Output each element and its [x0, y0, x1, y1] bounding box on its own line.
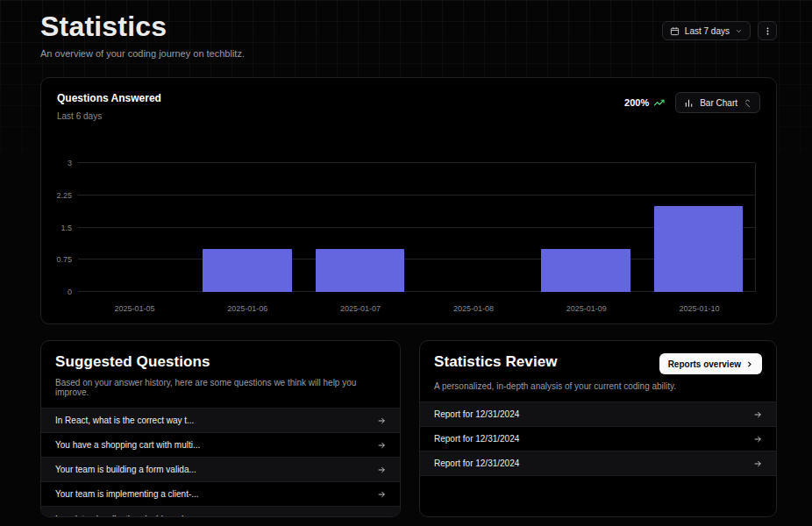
report-row[interactable]: Report for 12/31/2024: [420, 402, 776, 427]
chart-bar[interactable]: [541, 249, 630, 292]
trending-up-icon: [653, 97, 665, 109]
reports-overview-label: Reports overview: [668, 359, 741, 369]
suggested-question-row[interactable]: In React, what is the correct way t...: [41, 409, 400, 433]
review-card-head: Statistics Review Reports overview A per…: [420, 341, 776, 391]
x-axis-label: 2025-01-10: [643, 304, 756, 313]
suggested-question-row[interactable]: You have a shopping cart with multi...: [41, 433, 400, 458]
arrow-right-icon: [377, 466, 386, 474]
suggested-question-label: Your team is implementing a client-...: [55, 489, 199, 499]
date-range-button[interactable]: Last 7 days: [662, 21, 751, 40]
suggested-questions-list: In React, what is the correct way t... Y…: [41, 408, 400, 517]
y-axis-label: 1.5: [61, 224, 72, 232]
header-controls: Last 7 days: [662, 21, 777, 40]
arrow-right-icon: [377, 515, 386, 517]
review-card-title: Statistics Review: [434, 353, 558, 371]
chevron-right-icon: [745, 360, 753, 368]
chart-plot: 00.751.52.253: [78, 163, 756, 292]
suggested-card-subtitle: Based on your answer history, here are s…: [55, 378, 386, 397]
bar-slot: [303, 163, 417, 292]
review-head-row: Statistics Review Reports overview: [434, 353, 762, 374]
page-title: Statistics: [40, 11, 245, 43]
suggested-question-label: In a data visualization dashboard. ...: [55, 515, 196, 518]
bar-slot: [191, 163, 304, 292]
arrow-right-icon: [377, 416, 386, 425]
report-row[interactable]: Report for 12/31/2024: [420, 451, 776, 476]
kebab-menu-icon: [763, 26, 773, 36]
y-axis-label: 0: [68, 288, 72, 296]
chart-header-right: 200% Bar Chart: [624, 92, 760, 113]
report-row[interactable]: Report for 12/31/2024: [420, 427, 776, 451]
bar-slot: [642, 163, 755, 292]
page-header: Statistics An overview of your coding jo…: [40, 11, 245, 59]
bar-slot: [530, 163, 643, 292]
report-row-label: Report for 12/31/2024: [434, 434, 519, 444]
trend-indicator: 200%: [624, 97, 665, 109]
statistics-review-card: Statistics Review Reports overview A per…: [419, 340, 777, 517]
arrow-right-icon: [753, 410, 762, 419]
suggested-question-row[interactable]: In a data visualization dashboard. ...: [41, 507, 400, 517]
reports-overview-button[interactable]: Reports overview: [659, 353, 762, 374]
kebab-menu-button[interactable]: [758, 21, 777, 40]
y-axis-label: 3: [68, 159, 72, 167]
suggested-card-head: Suggested Questions Based on your answer…: [41, 341, 400, 397]
arrow-right-icon: [753, 459, 762, 468]
chart-card-title: Questions Answered: [57, 92, 161, 104]
suggested-question-label: In React, what is the correct way t...: [55, 416, 194, 425]
x-axis-label: 2025-01-06: [191, 304, 304, 313]
chart-type-label: Bar Chart: [700, 98, 737, 108]
x-axis-label: 2025-01-08: [417, 304, 530, 313]
arrow-right-icon: [377, 441, 386, 450]
chart-x-labels: 2025-01-052025-01-062025-01-072025-01-08…: [78, 304, 756, 313]
suggested-question-label: Your team is building a form valida...: [55, 465, 196, 474]
review-card-subtitle: A personalized, in-depth analysis of you…: [434, 381, 762, 391]
y-axis-label: 0.75: [56, 255, 72, 264]
x-axis-label: 2025-01-07: [304, 304, 417, 313]
chart-type-select[interactable]: Bar Chart: [675, 92, 760, 113]
chart-card-subtitle: Last 6 days: [57, 111, 161, 121]
arrow-right-icon: [377, 490, 386, 499]
bar-slot: [417, 163, 530, 292]
report-row-label: Report for 12/31/2024: [434, 458, 519, 468]
arrow-right-icon: [753, 435, 762, 444]
chart-bar[interactable]: [316, 249, 405, 292]
suggested-question-row[interactable]: Your team is building a form valida...: [41, 458, 400, 482]
suggested-question-row[interactable]: Your team is implementing a client-...: [41, 482, 400, 507]
chevron-down-icon: [735, 27, 743, 35]
reports-list: Report for 12/31/2024 Report for 12/31/2…: [420, 402, 776, 476]
date-range-label: Last 7 days: [685, 26, 730, 36]
page-subtitle: An overview of your coding journey on te…: [40, 48, 245, 59]
bar-slot: [78, 163, 191, 292]
suggested-questions-card: Suggested Questions Based on your answer…: [40, 340, 401, 517]
chart-card-header: Questions Answered Last 6 days 200% Bar …: [57, 92, 760, 121]
questions-answered-card: Questions Answered Last 6 days 200% Bar …: [40, 77, 777, 324]
chart-bar[interactable]: [203, 249, 292, 292]
suggested-card-title: Suggested Questions: [55, 353, 386, 371]
chart-bar[interactable]: [654, 206, 744, 292]
bar-chart-icon: [684, 98, 694, 108]
suggested-question-label: You have a shopping cart with multi...: [55, 440, 200, 450]
report-row-label: Report for 12/31/2024: [434, 409, 519, 419]
x-axis-label: 2025-01-09: [530, 304, 643, 313]
chevrons-up-down-icon: [744, 98, 751, 108]
trend-value: 200%: [624, 97, 649, 108]
calendar-icon: [670, 26, 680, 36]
x-axis-label: 2025-01-05: [78, 304, 191, 313]
chart-card-titles: Questions Answered Last 6 days: [57, 92, 161, 121]
y-axis-label: 2.25: [56, 191, 72, 200]
